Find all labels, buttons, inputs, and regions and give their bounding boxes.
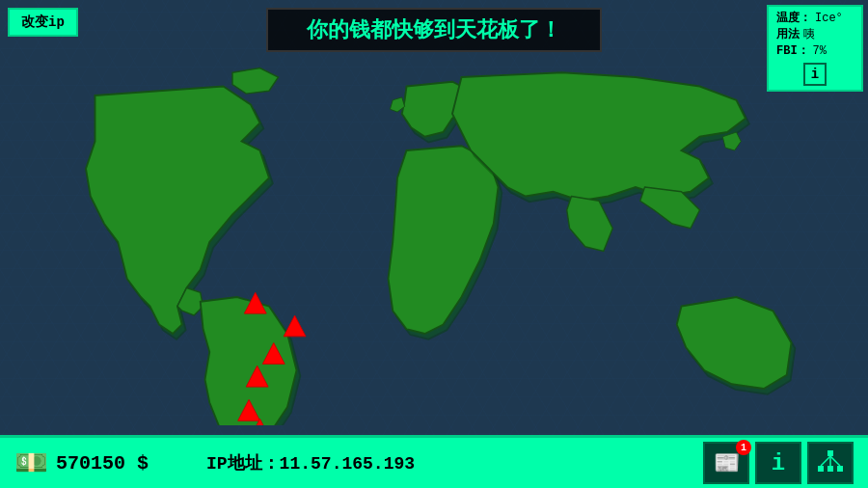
ip-address: IP地址：11.57.165.193 [206,451,703,474]
usage-row: 用法 咦 [776,27,854,43]
svg-line-4 [821,456,830,466]
usage-label: 用法 [776,27,800,43]
svg-rect-3 [837,466,843,472]
temp-value: Ice° [815,11,843,27]
world-map [0,48,868,435]
map-marker-2 [284,315,306,337]
news-badge: 1 [736,440,751,455]
network-icon [816,448,845,477]
fbi-row: FBI： 7% [776,43,854,60]
news-icon: 📰 [714,450,740,476]
temp-label: 温度： [776,11,811,27]
info-detail-button[interactable]: i [803,63,827,86]
title-text: 你的钱都快够到天花板了！ [307,15,561,44]
money-icon: 💵 [14,447,48,479]
temp-row: 温度： Ice° [776,11,854,27]
fbi-label: FBI： [776,43,809,60]
bottom-icons: 📰 1 i [703,442,854,484]
change-ip-button[interactable]: 改变ip [8,8,78,37]
bottom-bar: 💵 570150 $ IP地址：11.57.165.193 📰 1 i [0,435,868,488]
money-amount: 570150 $ [56,452,149,474]
info-panel: 温度： Ice° 用法 咦 FBI： 7% i [767,5,863,92]
title-banner: 你的钱都快够到天花板了！ [266,8,602,52]
svg-line-6 [830,456,840,466]
fbi-value: 7% [813,43,827,60]
info-button[interactable]: i [755,442,801,484]
usage-value: 咦 [803,27,815,43]
network-button[interactable] [807,442,854,484]
svg-rect-2 [827,466,833,472]
svg-rect-0 [827,450,833,456]
svg-rect-1 [818,466,824,472]
info-icon: i [772,450,785,476]
news-button[interactable]: 📰 1 [703,442,749,484]
